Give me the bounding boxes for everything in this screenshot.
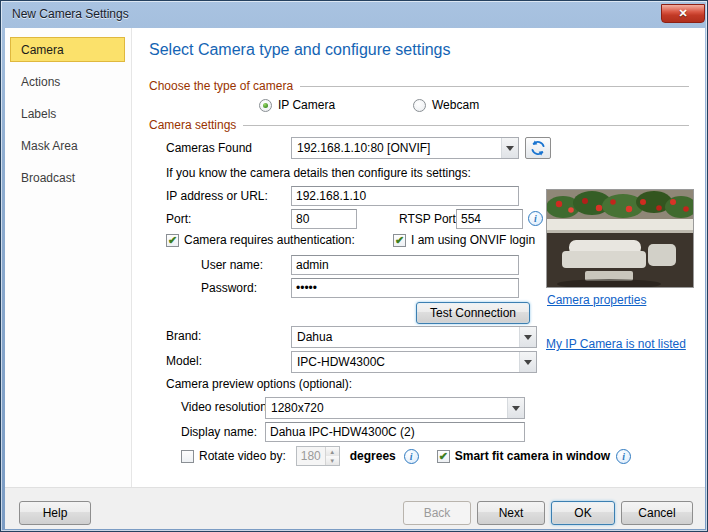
cameras-found-value: 192.168.1.10:80 [ONVIF]	[292, 141, 501, 155]
help-button[interactable]: Help	[19, 501, 91, 525]
next-label: Next	[499, 506, 524, 520]
group-camera-type-label: Choose the type of camera	[149, 79, 293, 93]
chevron-down-icon	[519, 327, 536, 347]
chevron-down-icon	[507, 398, 524, 418]
rotate-degrees-stepper: 180 ▲ ▼	[296, 446, 340, 466]
rotate-checkbox[interactable]	[181, 450, 194, 463]
display-name-label: Display name:	[181, 425, 257, 439]
cancel-label: Cancel	[638, 506, 675, 520]
model-select[interactable]: IPC-HDW4300C	[291, 351, 537, 373]
radio-indicator	[413, 99, 426, 112]
radio-indicator	[259, 99, 272, 112]
close-icon: ✕	[678, 7, 687, 19]
back-label: Back	[424, 506, 451, 520]
back-button: Back	[403, 501, 471, 525]
close-button[interactable]: ✕	[661, 4, 705, 23]
group-camera-settings: Camera settings	[149, 118, 689, 132]
ok-label: OK	[574, 506, 591, 520]
dialog-body: Camera Actions Labels Mask Area Broadcas…	[5, 28, 705, 529]
ip-address-label: IP address or URL:	[166, 189, 268, 203]
camera-preview-image	[546, 189, 694, 288]
smart-fit-info-icon[interactable]: i	[616, 449, 631, 464]
smart-fit-label: Smart fit camera in window	[455, 449, 610, 463]
spin-up-icon: ▲	[326, 447, 339, 456]
rtsp-port-field[interactable]	[456, 209, 523, 229]
refresh-icon	[530, 140, 546, 156]
onvif-checkbox-label: I am using ONVIF login	[411, 233, 535, 247]
group-divider	[243, 125, 689, 126]
rotate-info-icon[interactable]: i	[404, 449, 419, 464]
check-icon: ✔	[439, 451, 448, 462]
sidebar-item-label: Camera	[21, 43, 64, 57]
degrees-label: degrees	[350, 449, 396, 463]
auth-checkbox-label: Camera requires authentication:	[184, 233, 355, 247]
rotate-degrees-value: 180	[297, 447, 325, 465]
chevron-down-icon	[501, 138, 518, 158]
new-camera-settings-dialog: New Camera Settings ✕ Camera Actions Lab…	[0, 0, 708, 532]
group-camera-type: Choose the type of camera	[149, 79, 689, 93]
ip-address-field[interactable]	[291, 186, 519, 206]
brand-value: Dahua	[292, 330, 519, 344]
chevron-down-icon	[519, 352, 536, 372]
video-resolution-select[interactable]: 1280x720	[265, 397, 525, 419]
group-divider	[300, 86, 689, 87]
rotate-row: Rotate video by: 180 ▲ ▼ degrees i ✔ Sma…	[181, 446, 631, 466]
port-field[interactable]	[291, 209, 357, 229]
brand-label: Brand:	[166, 329, 201, 343]
radio-webcam-label: Webcam	[432, 98, 479, 112]
model-value: IPC-HDW4300C	[292, 355, 519, 369]
help-label: Help	[43, 506, 68, 520]
test-connection-label: Test Connection	[430, 306, 516, 320]
page-title: Select Camera type and configure setting…	[149, 41, 451, 59]
radio-ip-camera-label: IP Camera	[278, 98, 335, 112]
footer-bar: Help Back Next OK Cancel	[5, 487, 705, 529]
display-name-field[interactable]	[265, 422, 525, 442]
cameras-found-label: Cameras Found	[166, 141, 252, 155]
ip-camera-not-listed-link[interactable]: My IP Camera is not listed	[546, 337, 686, 351]
spin-down-icon: ▼	[326, 456, 339, 465]
window-title: New Camera Settings	[12, 7, 129, 21]
preview-options-label: Camera preview options (optional):	[166, 377, 352, 391]
ok-button[interactable]: OK	[551, 501, 615, 525]
sidebar: Camera Actions Labels Mask Area Broadcas…	[5, 28, 132, 487]
smart-fit-checkbox[interactable]: ✔	[437, 450, 450, 463]
camera-properties-link[interactable]: Camera properties	[547, 293, 646, 307]
sidebar-item-label: Labels	[21, 107, 56, 121]
username-field[interactable]	[291, 255, 519, 275]
check-icon: ✔	[395, 235, 404, 246]
onvif-login-checkbox[interactable]: ✔ I am using ONVIF login	[393, 233, 535, 247]
sidebar-item-broadcast[interactable]: Broadcast	[10, 165, 125, 190]
group-camera-settings-label: Camera settings	[149, 118, 236, 132]
checkbox-indicator: ✔	[166, 234, 179, 247]
brand-select[interactable]: Dahua	[291, 326, 537, 348]
password-field[interactable]	[291, 278, 519, 298]
sidebar-item-label: Mask Area	[21, 139, 78, 153]
sidebar-item-label: Actions	[21, 75, 60, 89]
video-resolution-value: 1280x720	[266, 401, 507, 415]
sidebar-item-camera[interactable]: Camera	[10, 37, 125, 62]
port-label: Port:	[166, 212, 191, 226]
rtsp-port-label: RTSP Port:	[399, 212, 459, 226]
test-connection-button[interactable]: Test Connection	[416, 302, 530, 324]
password-label: Password:	[201, 281, 257, 295]
cameras-found-select[interactable]: 192.168.1.10:80 [ONVIF]	[291, 137, 519, 159]
rtsp-info-icon[interactable]: i	[528, 211, 543, 226]
checkbox-indicator: ✔	[393, 234, 406, 247]
username-label: User name:	[201, 258, 263, 272]
details-hint-text: If you know the camera details then conf…	[166, 166, 471, 180]
refresh-cameras-button[interactable]	[525, 137, 551, 159]
sidebar-item-labels[interactable]: Labels	[10, 101, 125, 126]
radio-webcam[interactable]: Webcam	[413, 98, 479, 112]
radio-ip-camera[interactable]: IP Camera	[259, 98, 335, 112]
rotate-checkbox-label: Rotate video by:	[199, 449, 286, 463]
model-label: Model:	[166, 354, 202, 368]
sidebar-item-label: Broadcast	[21, 171, 75, 185]
check-icon: ✔	[168, 235, 177, 246]
next-button[interactable]: Next	[477, 501, 545, 525]
sidebar-item-actions[interactable]: Actions	[10, 69, 125, 94]
video-resolution-label: Video resolution:	[181, 400, 270, 414]
titlebar[interactable]: New Camera Settings ✕	[1, 1, 707, 28]
cancel-button[interactable]: Cancel	[621, 501, 693, 525]
auth-checkbox[interactable]: ✔ Camera requires authentication:	[166, 233, 355, 247]
sidebar-item-mask-area[interactable]: Mask Area	[10, 133, 125, 158]
